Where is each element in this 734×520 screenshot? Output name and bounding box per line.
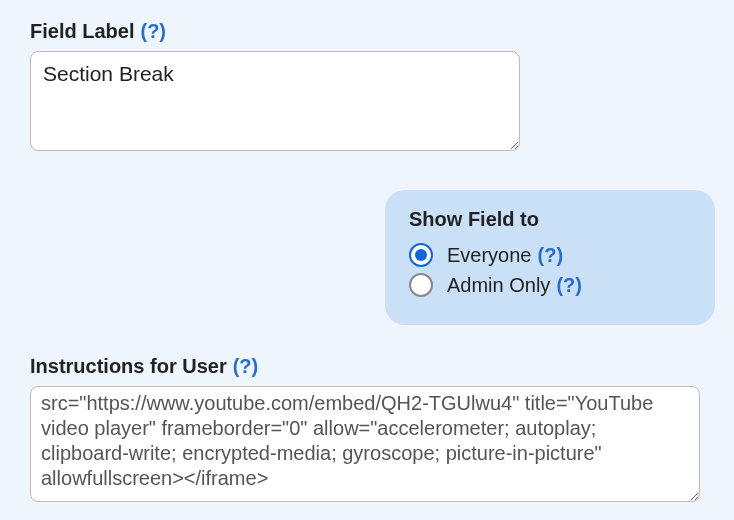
radio-everyone-text: Everyone (447, 244, 532, 267)
radio-admin-only-text: Admin Only (447, 274, 550, 297)
field-label-row: Field Label (?) (30, 20, 704, 43)
show-field-title: Show Field to (409, 208, 691, 231)
radio-admin-only[interactable] (409, 273, 433, 297)
radio-admin-only-help-icon[interactable]: (?) (556, 274, 582, 297)
radio-row-admin-only: Admin Only (?) (409, 273, 691, 297)
radio-everyone-label: Everyone (?) (447, 244, 563, 267)
field-label-input[interactable] (30, 51, 520, 151)
instructions-label-row: Instructions for User (?) (30, 355, 704, 378)
field-label-group: Field Label (?) (30, 20, 704, 155)
radio-everyone-help-icon[interactable]: (?) (538, 244, 564, 267)
radio-row-everyone: Everyone (?) (409, 243, 691, 267)
field-label-title: Field Label (30, 20, 134, 43)
radio-everyone[interactable] (409, 243, 433, 267)
instructions-title: Instructions for User (30, 355, 227, 378)
instructions-help-icon[interactable]: (?) (233, 355, 259, 378)
field-label-help-icon[interactable]: (?) (140, 20, 166, 43)
radio-admin-only-label: Admin Only (?) (447, 274, 582, 297)
show-field-panel: Show Field to Everyone (?) Admin Only (?… (385, 190, 715, 325)
instructions-group: Instructions for User (?) (30, 355, 704, 506)
instructions-input[interactable] (30, 386, 700, 502)
